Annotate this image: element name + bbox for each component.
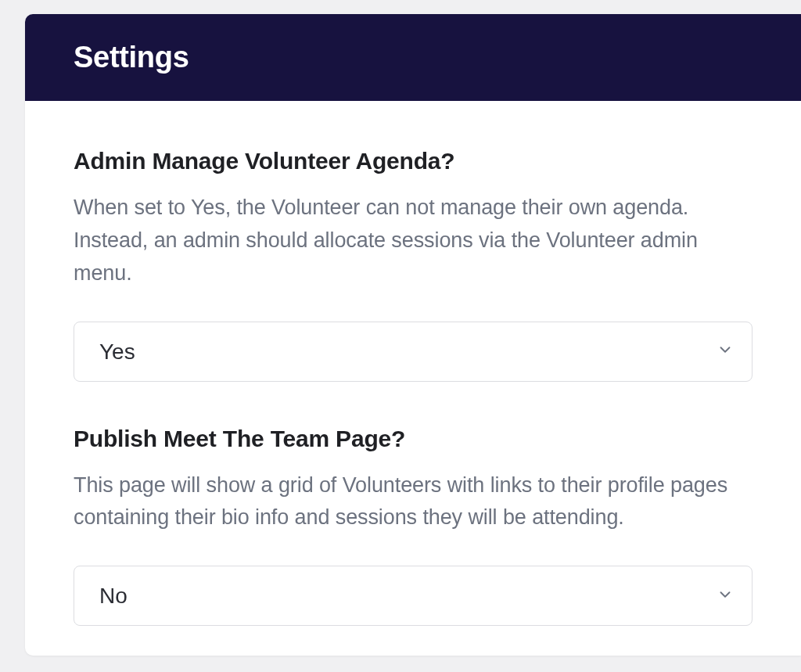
card-header: Settings bbox=[25, 14, 801, 101]
setting-label: Admin Manage Volunteer Agenda? bbox=[74, 148, 753, 174]
card-body: Admin Manage Volunteer Agenda? When set … bbox=[25, 101, 801, 656]
setting-admin-manage-agenda: Admin Manage Volunteer Agenda? When set … bbox=[74, 148, 753, 382]
setting-publish-team-page: Publish Meet The Team Page? This page wi… bbox=[74, 426, 753, 627]
page-title: Settings bbox=[74, 41, 753, 74]
setting-description: When set to Yes, the Volunteer can not m… bbox=[74, 192, 753, 290]
setting-label: Publish Meet The Team Page? bbox=[74, 426, 753, 452]
settings-card: Settings Admin Manage Volunteer Agenda? … bbox=[25, 14, 801, 656]
setting-description: This page will show a grid of Volunteers… bbox=[74, 469, 753, 535]
publish-team-page-select[interactable]: No bbox=[74, 566, 753, 626]
select-wrapper: Yes bbox=[74, 322, 753, 382]
select-wrapper: No bbox=[74, 566, 753, 626]
admin-manage-agenda-select[interactable]: Yes bbox=[74, 322, 753, 382]
